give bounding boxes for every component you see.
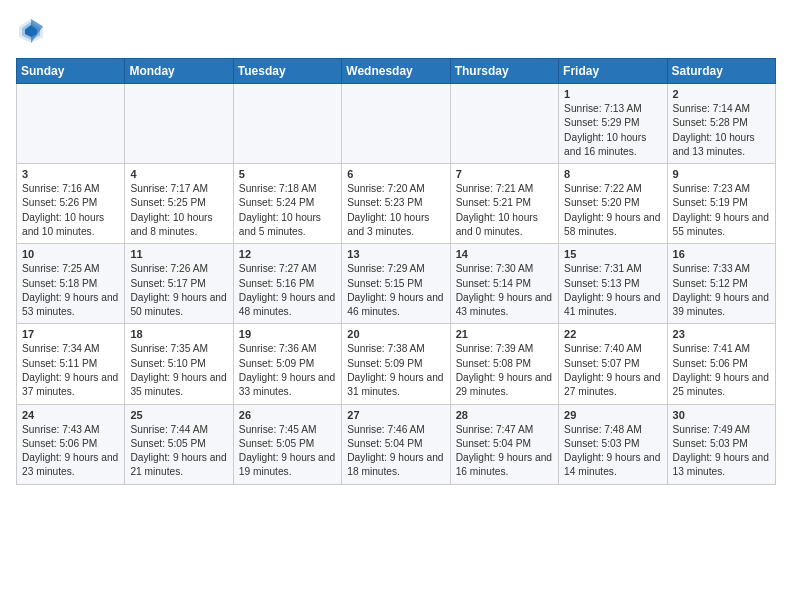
day-info: Sunrise: 7:31 AMSunset: 5:13 PMDaylight:… [564,262,661,319]
day-info: Sunrise: 7:13 AMSunset: 5:29 PMDaylight:… [564,102,661,159]
day-number: 5 [239,168,336,180]
day-cell: 18Sunrise: 7:35 AMSunset: 5:10 PMDayligh… [125,324,233,404]
day-info: Sunrise: 7:29 AMSunset: 5:15 PMDaylight:… [347,262,444,319]
calendar-body: 1Sunrise: 7:13 AMSunset: 5:29 PMDaylight… [17,84,776,485]
day-info: Sunrise: 7:20 AMSunset: 5:23 PMDaylight:… [347,182,444,239]
day-cell: 21Sunrise: 7:39 AMSunset: 5:08 PMDayligh… [450,324,558,404]
day-cell [17,84,125,164]
day-cell: 28Sunrise: 7:47 AMSunset: 5:04 PMDayligh… [450,404,558,484]
day-cell: 23Sunrise: 7:41 AMSunset: 5:06 PMDayligh… [667,324,775,404]
day-info: Sunrise: 7:38 AMSunset: 5:09 PMDaylight:… [347,342,444,399]
day-info: Sunrise: 7:35 AMSunset: 5:10 PMDaylight:… [130,342,227,399]
day-cell: 17Sunrise: 7:34 AMSunset: 5:11 PMDayligh… [17,324,125,404]
day-info: Sunrise: 7:14 AMSunset: 5:28 PMDaylight:… [673,102,770,159]
day-cell: 9Sunrise: 7:23 AMSunset: 5:19 PMDaylight… [667,164,775,244]
calendar-table: SundayMondayTuesdayWednesdayThursdayFrid… [16,58,776,485]
weekday-header-wednesday: Wednesday [342,59,450,84]
day-cell: 13Sunrise: 7:29 AMSunset: 5:15 PMDayligh… [342,244,450,324]
day-cell: 24Sunrise: 7:43 AMSunset: 5:06 PMDayligh… [17,404,125,484]
day-cell: 7Sunrise: 7:21 AMSunset: 5:21 PMDaylight… [450,164,558,244]
day-info: Sunrise: 7:47 AMSunset: 5:04 PMDaylight:… [456,423,553,480]
day-number: 12 [239,248,336,260]
day-cell: 12Sunrise: 7:27 AMSunset: 5:16 PMDayligh… [233,244,341,324]
day-info: Sunrise: 7:25 AMSunset: 5:18 PMDaylight:… [22,262,119,319]
day-cell: 10Sunrise: 7:25 AMSunset: 5:18 PMDayligh… [17,244,125,324]
logo-icon [16,16,46,46]
day-number: 7 [456,168,553,180]
day-cell: 14Sunrise: 7:30 AMSunset: 5:14 PMDayligh… [450,244,558,324]
day-cell: 3Sunrise: 7:16 AMSunset: 5:26 PMDaylight… [17,164,125,244]
day-cell: 27Sunrise: 7:46 AMSunset: 5:04 PMDayligh… [342,404,450,484]
day-cell: 25Sunrise: 7:44 AMSunset: 5:05 PMDayligh… [125,404,233,484]
day-cell: 8Sunrise: 7:22 AMSunset: 5:20 PMDaylight… [559,164,667,244]
day-info: Sunrise: 7:46 AMSunset: 5:04 PMDaylight:… [347,423,444,480]
day-info: Sunrise: 7:43 AMSunset: 5:06 PMDaylight:… [22,423,119,480]
day-cell: 20Sunrise: 7:38 AMSunset: 5:09 PMDayligh… [342,324,450,404]
weekday-header-tuesday: Tuesday [233,59,341,84]
day-info: Sunrise: 7:44 AMSunset: 5:05 PMDaylight:… [130,423,227,480]
day-cell: 26Sunrise: 7:45 AMSunset: 5:05 PMDayligh… [233,404,341,484]
day-cell: 19Sunrise: 7:36 AMSunset: 5:09 PMDayligh… [233,324,341,404]
day-info: Sunrise: 7:22 AMSunset: 5:20 PMDaylight:… [564,182,661,239]
day-number: 18 [130,328,227,340]
weekday-row: SundayMondayTuesdayWednesdayThursdayFrid… [17,59,776,84]
day-number: 15 [564,248,661,260]
day-number: 14 [456,248,553,260]
weekday-header-sunday: Sunday [17,59,125,84]
day-number: 16 [673,248,770,260]
day-info: Sunrise: 7:40 AMSunset: 5:07 PMDaylight:… [564,342,661,399]
day-number: 24 [22,409,119,421]
day-cell: 22Sunrise: 7:40 AMSunset: 5:07 PMDayligh… [559,324,667,404]
day-number: 26 [239,409,336,421]
day-number: 4 [130,168,227,180]
day-number: 20 [347,328,444,340]
week-row-0: 1Sunrise: 7:13 AMSunset: 5:29 PMDaylight… [17,84,776,164]
week-row-3: 17Sunrise: 7:34 AMSunset: 5:11 PMDayligh… [17,324,776,404]
day-info: Sunrise: 7:36 AMSunset: 5:09 PMDaylight:… [239,342,336,399]
day-info: Sunrise: 7:30 AMSunset: 5:14 PMDaylight:… [456,262,553,319]
day-info: Sunrise: 7:21 AMSunset: 5:21 PMDaylight:… [456,182,553,239]
week-row-1: 3Sunrise: 7:16 AMSunset: 5:26 PMDaylight… [17,164,776,244]
day-number: 23 [673,328,770,340]
day-info: Sunrise: 7:17 AMSunset: 5:25 PMDaylight:… [130,182,227,239]
day-cell: 15Sunrise: 7:31 AMSunset: 5:13 PMDayligh… [559,244,667,324]
day-cell: 2Sunrise: 7:14 AMSunset: 5:28 PMDaylight… [667,84,775,164]
day-number: 11 [130,248,227,260]
day-number: 17 [22,328,119,340]
day-number: 1 [564,88,661,100]
day-cell: 11Sunrise: 7:26 AMSunset: 5:17 PMDayligh… [125,244,233,324]
day-info: Sunrise: 7:34 AMSunset: 5:11 PMDaylight:… [22,342,119,399]
weekday-header-friday: Friday [559,59,667,84]
day-number: 25 [130,409,227,421]
day-number: 21 [456,328,553,340]
day-cell [450,84,558,164]
day-info: Sunrise: 7:26 AMSunset: 5:17 PMDaylight:… [130,262,227,319]
day-info: Sunrise: 7:39 AMSunset: 5:08 PMDaylight:… [456,342,553,399]
day-number: 27 [347,409,444,421]
day-cell: 4Sunrise: 7:17 AMSunset: 5:25 PMDaylight… [125,164,233,244]
logo [16,16,50,46]
page: SundayMondayTuesdayWednesdayThursdayFrid… [0,0,792,501]
header [16,16,776,46]
day-cell: 29Sunrise: 7:48 AMSunset: 5:03 PMDayligh… [559,404,667,484]
calendar-header: SundayMondayTuesdayWednesdayThursdayFrid… [17,59,776,84]
day-number: 19 [239,328,336,340]
day-number: 30 [673,409,770,421]
day-cell: 5Sunrise: 7:18 AMSunset: 5:24 PMDaylight… [233,164,341,244]
day-number: 8 [564,168,661,180]
weekday-header-saturday: Saturday [667,59,775,84]
day-cell: 1Sunrise: 7:13 AMSunset: 5:29 PMDaylight… [559,84,667,164]
day-number: 13 [347,248,444,260]
day-info: Sunrise: 7:45 AMSunset: 5:05 PMDaylight:… [239,423,336,480]
day-number: 3 [22,168,119,180]
weekday-header-monday: Monday [125,59,233,84]
day-info: Sunrise: 7:16 AMSunset: 5:26 PMDaylight:… [22,182,119,239]
weekday-header-thursday: Thursday [450,59,558,84]
day-number: 6 [347,168,444,180]
day-cell [125,84,233,164]
day-info: Sunrise: 7:48 AMSunset: 5:03 PMDaylight:… [564,423,661,480]
week-row-4: 24Sunrise: 7:43 AMSunset: 5:06 PMDayligh… [17,404,776,484]
week-row-2: 10Sunrise: 7:25 AMSunset: 5:18 PMDayligh… [17,244,776,324]
day-number: 9 [673,168,770,180]
day-cell: 30Sunrise: 7:49 AMSunset: 5:03 PMDayligh… [667,404,775,484]
